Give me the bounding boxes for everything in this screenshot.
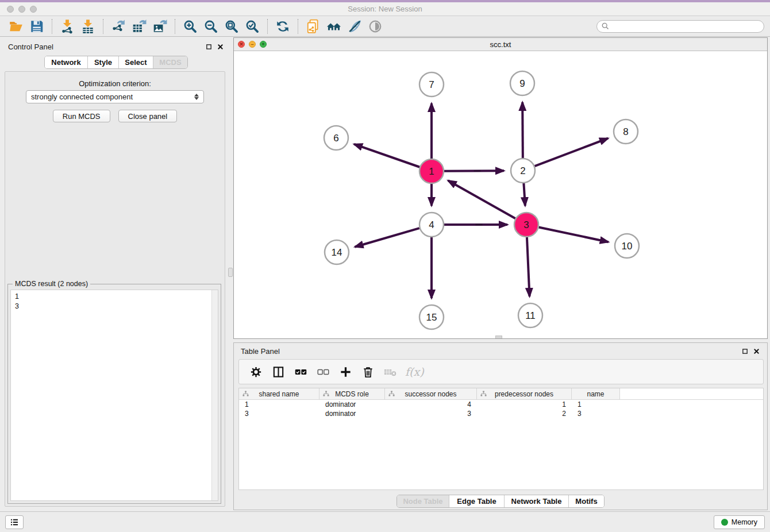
tab-edge-table[interactable]: Edge Table	[449, 495, 504, 507]
tab-network[interactable]: Network	[45, 56, 87, 68]
columns-button[interactable]	[270, 363, 287, 380]
mcds-result-text[interactable]: 1 3	[11, 290, 211, 500]
memory-status-icon	[721, 519, 728, 526]
graph-edge-2-3[interactable]	[523, 183, 525, 206]
search-icon	[602, 22, 609, 30]
float-panel-icon[interactable]	[205, 43, 213, 51]
optimization-criterion-label: Optimization criterion:	[5, 79, 225, 88]
export-table-button[interactable]	[129, 18, 149, 35]
add-column-button[interactable]	[337, 363, 354, 380]
criterion-dropdown[interactable]: strongly connected component	[26, 90, 204, 103]
tab-motifs[interactable]: Motifs	[568, 495, 604, 507]
memory-label: Memory	[732, 518, 757, 526]
home-icon	[326, 19, 341, 34]
table-cell: 1	[239, 400, 319, 409]
save-button[interactable]	[26, 18, 47, 35]
tab-select[interactable]: Select	[118, 56, 153, 68]
toolbar-separator	[103, 19, 103, 34]
graph-edge-2-9[interactable]	[522, 102, 523, 158]
column-header-successor-nodes[interactable]: successor nodes	[385, 388, 477, 399]
table-cell: 3	[572, 409, 620, 418]
network-canvas[interactable]: 7968124314101511	[234, 51, 767, 338]
table-panel: Table Panel f(x) shared nameMCDS rolesuc…	[233, 342, 768, 510]
close-table-panel-icon[interactable]	[753, 348, 760, 355]
graph-node-label-15: 15	[426, 312, 437, 323]
canvas-resize-handle[interactable]	[495, 336, 502, 338]
hide-details-icon	[347, 19, 362, 34]
table-panel-title: Table Panel	[241, 347, 280, 356]
graph-node-label-1: 1	[429, 166, 434, 177]
import-table-button[interactable]	[78, 18, 98, 35]
run-mcds-button[interactable]: Run MCDS	[53, 110, 110, 122]
save-icon	[29, 19, 44, 34]
hide-details-button[interactable]	[344, 18, 365, 35]
import-network-icon	[60, 19, 75, 34]
table-cell: 2	[477, 409, 572, 418]
zoom-in-button[interactable]	[180, 18, 201, 35]
copy-network-button[interactable]	[303, 18, 324, 35]
graph-edge-3-10[interactable]	[539, 228, 609, 242]
tab-mcds[interactable]: MCDS	[153, 56, 187, 68]
graph-edge-1-6[interactable]	[354, 144, 419, 167]
memory-button[interactable]: Memory	[714, 515, 765, 529]
zoom-selected-button[interactable]	[242, 18, 263, 35]
result-scrollbar[interactable]	[211, 290, 218, 500]
status-bar: Memory	[0, 511, 770, 532]
delete-table-icon	[384, 365, 397, 379]
dropdown-chevrons-icon	[194, 94, 199, 100]
search-field[interactable]	[596, 20, 764, 33]
delete-column-button[interactable]	[359, 363, 376, 380]
tab-style[interactable]: Style	[87, 56, 118, 68]
export-image-button[interactable]	[149, 18, 170, 35]
show-details-icon	[368, 19, 383, 34]
column-header-predecessor-nodes[interactable]: predecessor nodes	[477, 388, 572, 399]
graph-edge-3-1[interactable]	[448, 180, 515, 218]
zoom-fit-button[interactable]	[221, 18, 242, 35]
table-row[interactable]: 3dominator323	[239, 409, 763, 418]
network-maximize-button[interactable]: +	[260, 41, 267, 48]
export-network-button[interactable]	[108, 18, 129, 35]
network-minimize-button[interactable]: –	[249, 41, 256, 48]
panel-splitter-handle[interactable]	[228, 268, 233, 277]
mcds-result-group: MCDS result (2 nodes) 1 3	[7, 284, 221, 504]
column-header-MCDS-role[interactable]: MCDS role	[319, 388, 385, 399]
network-close-button[interactable]: ✕	[238, 41, 245, 48]
gear-button[interactable]	[247, 363, 264, 380]
delete-table-button[interactable]	[382, 363, 399, 380]
open-folder-button[interactable]	[6, 18, 26, 35]
graph-edge-3-11[interactable]	[527, 237, 530, 296]
deselect-all-button[interactable]	[314, 363, 332, 380]
import-network-button[interactable]	[57, 18, 78, 35]
float-table-panel-icon[interactable]	[741, 348, 749, 355]
zoom-in-icon	[183, 19, 198, 34]
graph-edge-2-8[interactable]	[535, 138, 609, 166]
graph-edge-4-14[interactable]	[355, 228, 419, 247]
close-panel-icon[interactable]	[217, 43, 224, 51]
import-table-icon	[80, 19, 95, 34]
graph-node-label-2: 2	[520, 165, 525, 176]
refresh-button[interactable]	[272, 18, 293, 35]
export-network-icon	[111, 19, 126, 34]
zoom-out-button[interactable]	[201, 18, 221, 35]
tab-network-table[interactable]: Network Table	[504, 495, 568, 507]
table-toolbar: f(x)	[238, 359, 764, 384]
graph-node-label-4: 4	[429, 219, 434, 230]
column-header-label: predecessor nodes	[495, 390, 553, 398]
add-column-icon	[339, 365, 352, 379]
task-history-button[interactable]	[5, 515, 24, 529]
tab-node-table[interactable]: Node Table	[397, 495, 449, 507]
function-builder-button[interactable]: f(x)	[405, 365, 424, 378]
search-input[interactable]	[612, 22, 759, 31]
close-panel-button[interactable]: Close panel	[118, 110, 178, 122]
home-button[interactable]	[324, 18, 344, 35]
table-row[interactable]: 1dominator411	[239, 400, 763, 409]
select-all-button[interactable]	[292, 363, 309, 380]
column-header-name[interactable]: name	[572, 388, 620, 399]
gear-icon	[249, 365, 263, 379]
toolbar-search	[596, 20, 764, 33]
graph-node-label-10: 10	[622, 241, 633, 252]
edge-label	[474, 170, 481, 172]
column-header-shared-name[interactable]: shared name	[239, 388, 319, 399]
show-details-button[interactable]	[365, 18, 386, 35]
table-cell: 1	[572, 400, 620, 409]
